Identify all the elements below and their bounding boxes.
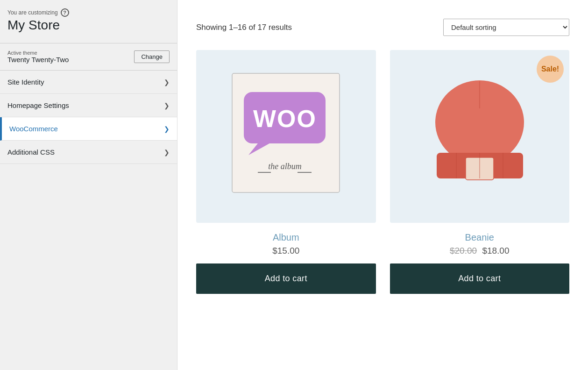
sidebar-item-site-identity[interactable]: Site Identity ❯ [0, 71, 177, 94]
nav-label-additional-css: Additional CSS [7, 148, 55, 156]
chevron-right-icon-homepage-settings: ❯ [164, 102, 170, 109]
store-title: My Store [7, 18, 170, 33]
product-card-album: WOO the album Album $15.00 Add to cart [196, 50, 376, 294]
chevron-right-icon-site-identity: ❯ [164, 78, 170, 86]
product-price-album: $15.00 [272, 246, 299, 256]
theme-section: Active theme Twenty Twenty-Two Change [0, 43, 177, 71]
sort-select[interactable]: Default sorting Sort by popularity Sort … [443, 19, 569, 36]
theme-info: Active theme Twenty Twenty-Two [7, 50, 69, 64]
product-original-price-beanie: $20.00 [450, 246, 477, 256]
sidebar-header: You are customizing ? My Store [0, 0, 177, 37]
sidebar-item-woocommerce[interactable]: WooCommerce ❯ [0, 117, 177, 141]
product-image-beanie: Sale! [390, 50, 570, 223]
results-bar: Showing 1–16 of 17 results Default sorti… [196, 19, 569, 36]
main-content: Showing 1–16 of 17 results Default sorti… [177, 0, 588, 370]
product-sale-price-beanie: $18.00 [482, 246, 509, 256]
svg-text:WOO: WOO [253, 105, 317, 132]
active-theme-label: Active theme [7, 50, 69, 56]
sale-badge: Sale! [537, 56, 564, 83]
help-icon[interactable]: ? [61, 8, 69, 17]
customizing-label: You are customizing ? [7, 8, 170, 17]
album-svg: WOO the album [223, 69, 349, 204]
nav-label-site-identity: Site Identity [7, 78, 44, 86]
sidebar-item-additional-css[interactable]: Additional CSS ❯ [0, 141, 177, 164]
sidebar: You are customizing ? My Store Active th… [0, 0, 177, 370]
svg-text:the   album: the album [269, 162, 302, 171]
add-to-cart-album[interactable]: Add to cart [196, 263, 376, 294]
product-name-beanie: Beanie [465, 232, 494, 243]
chevron-right-icon-additional-css: ❯ [164, 149, 170, 156]
sidebar-nav: Site Identity ❯ Homepage Settings ❯ WooC… [0, 71, 177, 370]
add-to-cart-beanie[interactable]: Add to cart [390, 263, 570, 294]
change-theme-button[interactable]: Change [134, 50, 170, 63]
theme-name: Twenty Twenty-Two [7, 56, 69, 64]
product-price-beanie: $20.00 $18.00 [450, 246, 510, 256]
customizing-text: You are customizing [7, 9, 58, 16]
nav-label-woocommerce: WooCommerce [9, 125, 58, 133]
chevron-right-icon-woocommerce: ❯ [164, 125, 170, 133]
beanie-svg [419, 66, 540, 206]
nav-label-homepage-settings: Homepage Settings [7, 101, 69, 109]
products-grid: WOO the album Album $15.00 Add to cart S… [196, 50, 569, 294]
product-image-album: WOO the album [196, 50, 376, 223]
product-name-album: Album [273, 232, 299, 243]
product-card-beanie: Sale! Beanie [390, 50, 570, 294]
results-text: Showing 1–16 of 17 results [196, 23, 292, 32]
sidebar-item-homepage-settings[interactable]: Homepage Settings ❯ [0, 94, 177, 117]
product-price-value-album: $15.00 [272, 246, 299, 256]
